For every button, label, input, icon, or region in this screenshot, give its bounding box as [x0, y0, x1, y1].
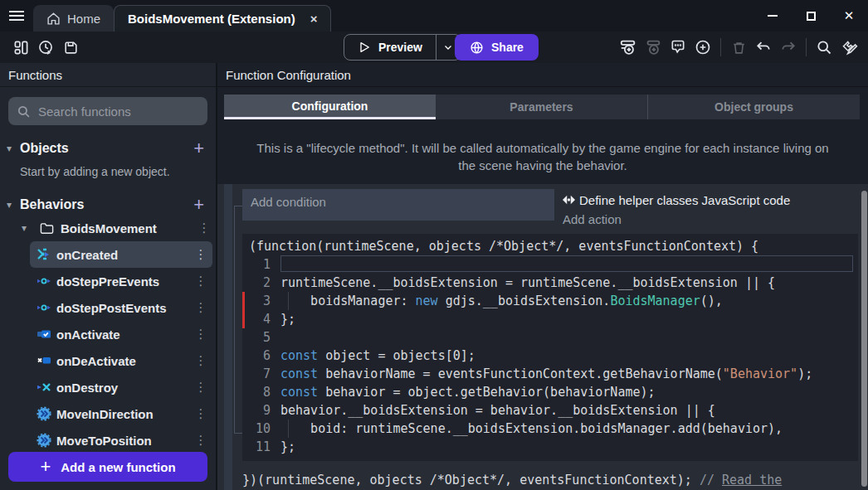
code-line[interactable]: 6 const object = objects[0];: [242, 347, 858, 365]
destroy-icon: [37, 380, 51, 395]
preview-split-button: Preview: [344, 34, 461, 61]
preview-button[interactable]: Preview: [344, 35, 436, 60]
function-item-movetoposition[interactable]: MoveToPosition ⋮: [30, 427, 212, 454]
add-event-icon: [619, 38, 637, 56]
caret-down-icon[interactable]: ▾: [7, 199, 20, 211]
kebab-menu-icon[interactable]: ⋮: [189, 274, 212, 289]
gear-function-icon: [37, 433, 51, 448]
minimize-icon: [768, 15, 778, 17]
code-line[interactable]: 10 boid: runtimeScene.__boidsExtension.b…: [242, 420, 858, 438]
search-functions-box[interactable]: [8, 97, 207, 125]
line-number: 8: [242, 383, 280, 401]
kebab-menu-icon[interactable]: ⋮: [193, 221, 216, 235]
event-selection-bracket: [234, 206, 242, 434]
js-event-title[interactable]: Define helper classes JavaScript code: [563, 189, 858, 211]
tab-parameters[interactable]: Parameters: [436, 95, 647, 119]
behavior-group-boidsmovement[interactable]: ▾ BoidsMovement ⋮: [0, 216, 216, 240]
caret-down-icon[interactable]: ▾: [7, 143, 20, 154]
tab-parameters-label: Parameters: [510, 100, 573, 114]
sidebar-title: Functions: [0, 63, 216, 87]
tab-home[interactable]: Home: [33, 5, 114, 32]
add-subevent-icon: [644, 38, 662, 56]
add-new-function-button[interactable]: + Add a new function: [8, 452, 207, 482]
undo-button[interactable]: [751, 35, 776, 60]
line-number: 7: [242, 365, 280, 383]
kebab-menu-icon[interactable]: ⋮: [189, 380, 212, 395]
tab-object-groups[interactable]: Object groups: [647, 95, 860, 119]
tab-close-icon[interactable]: ×: [310, 12, 318, 26]
current-line-highlight: [280, 255, 853, 272]
code-line[interactable]: 5: [242, 328, 858, 347]
window-maximize-button[interactable]: [792, 0, 830, 32]
code-line[interactable]: 8 const behavior = object.getBehavior(be…: [242, 383, 858, 401]
history-button[interactable]: [33, 35, 58, 60]
behaviors-section-header[interactable]: ▾ Behaviors +: [0, 193, 216, 216]
add-behavior-button[interactable]: +: [193, 196, 204, 214]
function-item-onactivate[interactable]: onActivate ⋮: [30, 321, 212, 347]
kebab-menu-icon[interactable]: ⋮: [189, 353, 212, 368]
globe-icon: [470, 41, 484, 55]
search-functions-input[interactable]: [38, 104, 199, 119]
delete-button[interactable]: [726, 35, 751, 60]
line-number: 5: [242, 328, 280, 347]
add-other-event-button[interactable]: [690, 35, 715, 60]
add-event-button[interactable]: [616, 35, 641, 60]
tab-configuration[interactable]: Configuration: [224, 95, 436, 119]
code-line[interactable]: 3 boidsManager: new gdjs.__boidsExtensio…: [242, 292, 858, 310]
add-comment-button[interactable]: [666, 35, 690, 60]
code-line[interactable]: 11 };: [242, 438, 858, 456]
js-event-title-label: Define helper classes JavaScript code: [579, 193, 790, 207]
redo-button[interactable]: [776, 35, 801, 60]
edit-extension-button[interactable]: [836, 35, 861, 60]
kebab-menu-icon[interactable]: ⋮: [189, 433, 212, 448]
kebab-menu-icon[interactable]: ⋮: [189, 406, 212, 421]
objects-section-header[interactable]: ▾ Objects +: [0, 137, 216, 160]
code-line[interactable]: 1: [242, 255, 858, 274]
save-icon: [63, 40, 79, 56]
js-code-icon: [563, 195, 575, 205]
code-line[interactable]: 2 runtimeScene.__boidsExtension = runtim…: [242, 274, 858, 292]
toolbar: Preview Share: [0, 32, 868, 63]
window-close-button[interactable]: ✕: [830, 0, 868, 32]
add-action-button[interactable]: Add action: [563, 211, 858, 230]
tab-boidsmovement[interactable]: BoidsMovement (Extension) ×: [114, 5, 331, 32]
function-item-dostepprevents[interactable]: doStepPreEvents ⋮: [30, 268, 212, 294]
window-minimize-button[interactable]: [753, 0, 792, 32]
function-configuration-panel: Function Configuration Configuration Par…: [217, 63, 868, 490]
caret-down-icon[interactable]: ▾: [22, 222, 35, 234]
code-line[interactable]: 4 };: [242, 310, 858, 328]
function-item-label: MoveToPosition: [56, 434, 189, 448]
function-item-ondeactivate[interactable]: onDeActivate ⋮: [30, 347, 212, 374]
home-icon: [46, 12, 61, 26]
maximize-icon: [807, 12, 816, 21]
play-icon: [358, 41, 371, 54]
toolbar-separator: [720, 38, 721, 56]
events-scrollbar[interactable]: [861, 191, 867, 487]
function-item-ondestroy[interactable]: onDestroy ⋮: [30, 374, 212, 400]
kebab-menu-icon[interactable]: ⋮: [189, 327, 212, 342]
add-condition-button[interactable]: Add condition: [242, 189, 554, 221]
share-button[interactable]: Share: [455, 34, 539, 61]
add-object-button[interactable]: +: [193, 139, 204, 158]
function-item-label: onCreated: [56, 248, 189, 262]
save-button[interactable]: [58, 35, 83, 60]
window-controls: ✕: [753, 0, 868, 32]
share-label: Share: [491, 41, 524, 54]
line-number: 4: [242, 310, 280, 328]
add-subevent-button[interactable]: [641, 35, 666, 60]
js-code-editor[interactable]: (function(runtimeScene, objects /*Object…: [242, 234, 858, 461]
search-events-button[interactable]: [812, 35, 836, 60]
function-item-oncreated[interactable]: onCreated ⋮: [30, 241, 212, 268]
open-panels-button[interactable]: [8, 35, 33, 60]
function-item-dosteppostevents[interactable]: doStepPostEvents ⋮: [30, 294, 212, 321]
line-number: 11: [242, 438, 280, 456]
extension-edit-icon: [841, 39, 858, 56]
code-line[interactable]: 9 behavior.__boidsExtension = behavior._…: [242, 401, 858, 420]
kebab-menu-icon[interactable]: ⋮: [189, 300, 212, 315]
main-menu-button[interactable]: [0, 0, 33, 32]
code-line[interactable]: 7 const behaviorName = eventsFunctionCon…: [242, 365, 858, 383]
add-circle-icon: [695, 39, 711, 56]
function-item-label: onDeActivate: [56, 354, 189, 368]
kebab-menu-icon[interactable]: ⋮: [189, 247, 212, 262]
function-item-moveindirection[interactable]: MoveInDirection ⋮: [30, 400, 212, 427]
